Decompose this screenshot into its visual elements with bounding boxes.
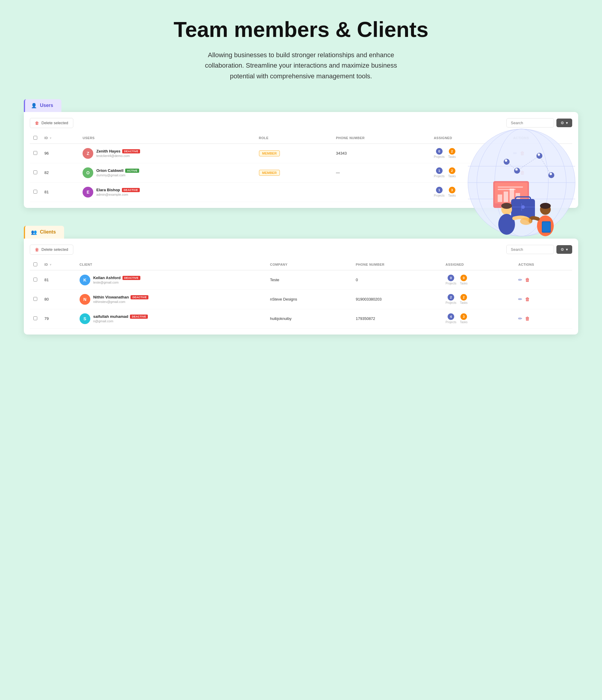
user-cell: Z Zenith Hayes DEACTIVE testclient4@demo… bbox=[82, 148, 251, 159]
client-name: Kellan Ashford DEACTIVE bbox=[93, 276, 140, 280]
projects-assigned: 1 Projects bbox=[434, 168, 444, 178]
clients-settings-btn[interactable]: ⚙ ▾ bbox=[556, 245, 572, 254]
users-col-assigned: ASSIGNED bbox=[430, 133, 510, 144]
table-row: 81 E Elara Bishop DEACTIVE admin@example… bbox=[30, 182, 572, 202]
page-title: Team members & Clients bbox=[24, 18, 578, 42]
page-subtitle: Allowing businesses to build stronger re… bbox=[197, 50, 405, 81]
trash-icon: 🗑 bbox=[35, 247, 39, 252]
clients-toolbar: 🗑 Delete selected ⚙ ▾ bbox=[30, 245, 572, 255]
projects-count: 2 bbox=[448, 294, 454, 301]
avatar: S bbox=[79, 314, 90, 324]
delete-icon[interactable]: 🗑 bbox=[520, 170, 525, 175]
user-name: Orion Caldwell ACTIVE bbox=[96, 168, 139, 173]
edit-icon[interactable]: ✏ bbox=[518, 296, 522, 302]
row-checkbox[interactable] bbox=[33, 170, 37, 174]
assigned-cell: 1 Projects 3 Tasks bbox=[434, 187, 506, 197]
row-checkbox[interactable] bbox=[33, 316, 37, 320]
table-row: 81 K Kellan Ashford DEACTIVE teste@gmail… bbox=[30, 270, 572, 290]
role-badge: MEMBER bbox=[259, 150, 280, 156]
delete-icon[interactable]: 🗑 bbox=[525, 297, 530, 302]
table-row: 82 O Orion Caldwell ACTIVE dummy@gmail.c… bbox=[30, 163, 572, 182]
users-delete-btn[interactable]: 🗑 Delete selected bbox=[30, 118, 73, 128]
users-section: 👤 Users 🗑 Delete selected ⚙ ▾ bbox=[24, 99, 578, 208]
delete-icon[interactable]: 🗑 bbox=[520, 190, 525, 195]
client-email: n@gmail.com bbox=[93, 319, 148, 323]
delete-icon[interactable]: 🗑 bbox=[525, 277, 530, 283]
actions-cell: ✏ 🗑 bbox=[518, 277, 569, 283]
projects-label: Projects bbox=[446, 321, 456, 324]
projects-assigned: 2 Projects bbox=[446, 294, 456, 304]
client-cell: S saifullah muhamad DEACTIVE n@gmail.com bbox=[79, 314, 263, 324]
tasks-label: Tasks bbox=[460, 301, 467, 304]
users-search-input[interactable] bbox=[506, 118, 554, 127]
row-checkbox[interactable] bbox=[33, 151, 37, 155]
projects-assigned: 0 Projects bbox=[446, 275, 456, 285]
tasks-assigned: 3 Tasks bbox=[448, 187, 456, 197]
users-settings-btn[interactable]: ⚙ ▾ bbox=[556, 119, 572, 127]
projects-count: 1 bbox=[436, 168, 442, 174]
delete-icon[interactable]: 🗑 bbox=[520, 151, 525, 156]
tasks-count: 2 bbox=[449, 148, 455, 155]
users-toolbar: 🗑 Delete selected ⚙ ▾ bbox=[30, 118, 572, 128]
actions-cell: ✏ 🗑 bbox=[518, 316, 569, 321]
clients-table: ID ▾ CLIENT COMPANY PHONE NUMBER ASSIGNE… bbox=[30, 259, 572, 329]
client-name: Nithin Viswanathan DEACTIVE bbox=[93, 295, 149, 299]
row-checkbox[interactable] bbox=[33, 190, 37, 194]
client-id: 81 bbox=[41, 270, 76, 290]
clients-col-id: ID ▾ bbox=[41, 259, 76, 270]
users-tab[interactable]: 👤 Users bbox=[24, 99, 62, 112]
tasks-assigned: 2 Tasks bbox=[448, 168, 456, 178]
tasks-label: Tasks bbox=[460, 282, 467, 285]
projects-count: 0 bbox=[436, 148, 442, 155]
clients-delete-label: Delete selected bbox=[42, 247, 68, 252]
projects-assigned: 0 Projects bbox=[434, 148, 444, 158]
clients-col-assigned: ASSIGNED bbox=[442, 259, 515, 270]
users-select-all-checkbox[interactable] bbox=[33, 136, 37, 140]
users-col-actions: ACTIONS bbox=[510, 133, 572, 144]
clients-panel: 🗑 Delete selected ⚙ ▾ ID ▾ CLIENT bbox=[24, 239, 578, 334]
client-cell: N Nithin Viswanathan DEACTIVE nithinstev… bbox=[79, 294, 263, 305]
users-tab-label: Users bbox=[40, 103, 53, 108]
edit-icon[interactable]: ✏ bbox=[518, 277, 522, 283]
clients-search-input[interactable] bbox=[506, 245, 554, 254]
tasks-assigned: 3 Tasks bbox=[460, 314, 467, 324]
client-email: teste@gmail.com bbox=[93, 281, 140, 284]
assigned-cell: 0 Projects 0 Tasks bbox=[446, 275, 511, 285]
projects-label: Projects bbox=[446, 282, 456, 285]
user-role: MEMBER bbox=[256, 163, 333, 182]
clients-tab[interactable]: 👥 Clients bbox=[24, 226, 64, 239]
avatar: Z bbox=[82, 148, 93, 159]
edit-icon[interactable]: ✏ bbox=[513, 189, 517, 195]
client-company: nSteve Designs bbox=[266, 290, 352, 309]
projects-label: Projects bbox=[434, 175, 444, 178]
actions-cell: ✏ 🗑 bbox=[513, 170, 569, 175]
projects-label: Projects bbox=[446, 301, 456, 304]
assigned-cell: 0 Projects 2 Tasks bbox=[434, 148, 506, 158]
delete-icon[interactable]: 🗑 bbox=[525, 316, 530, 321]
row-checkbox[interactable] bbox=[33, 278, 37, 281]
tasks-count: 0 bbox=[460, 275, 467, 281]
table-row: 79 S saifullah muhamad DEACTIVE n@gmail.… bbox=[30, 309, 572, 328]
client-email: nithinstev@gmail.com bbox=[93, 300, 149, 303]
edit-icon[interactable]: ✏ bbox=[513, 150, 517, 156]
tasks-label: Tasks bbox=[448, 155, 456, 158]
actions-cell: ✏ 🗑 bbox=[513, 189, 569, 195]
user-role bbox=[256, 182, 333, 202]
status-badge: ACTIVE bbox=[125, 169, 139, 173]
edit-icon[interactable]: ✏ bbox=[513, 170, 517, 175]
tasks-count: 3 bbox=[449, 187, 455, 193]
user-email: admin@example.com bbox=[96, 193, 140, 196]
clients-tab-label: Clients bbox=[40, 229, 56, 235]
status-badge: DEACTIVE bbox=[122, 149, 140, 153]
tasks-assigned: 0 Tasks bbox=[460, 275, 467, 285]
clients-select-all-checkbox[interactable] bbox=[33, 262, 37, 266]
row-checkbox[interactable] bbox=[33, 297, 37, 301]
assigned-cell: 2 Projects 2 Tasks bbox=[446, 294, 511, 304]
tasks-assigned: 2 Tasks bbox=[460, 294, 467, 304]
clients-col-phone: PHONE NUMBER bbox=[352, 259, 442, 270]
chevron-down-icon: ▾ bbox=[566, 121, 568, 125]
users-panel: 🗑 Delete selected ⚙ ▾ ID ▾ USERS bbox=[24, 112, 578, 208]
edit-icon[interactable]: ✏ bbox=[518, 316, 522, 321]
user-role: MEMBER bbox=[256, 144, 333, 163]
clients-delete-btn[interactable]: 🗑 Delete selected bbox=[30, 245, 73, 255]
